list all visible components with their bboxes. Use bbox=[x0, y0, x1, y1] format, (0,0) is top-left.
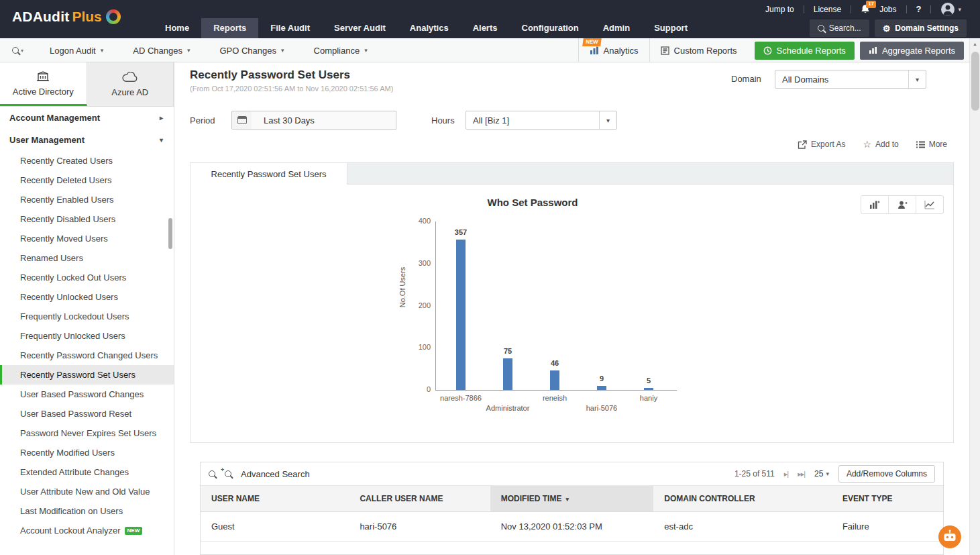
column-header-modified-time[interactable]: MODIFIED TIME▾ bbox=[490, 486, 654, 512]
user-add-icon bbox=[897, 200, 908, 209]
bar-haniy[interactable] bbox=[644, 388, 653, 390]
global-search-button[interactable]: Search... bbox=[810, 19, 869, 37]
add-to-button[interactable]: ☆ Add to bbox=[863, 140, 898, 149]
menu-ad-changes[interactable]: AD Changes ▾ bbox=[118, 38, 205, 62]
sidebar-item[interactable]: User Based Password Changes bbox=[0, 385, 174, 404]
menu-compliance[interactable]: Compliance ▾ bbox=[299, 38, 382, 62]
custom-reports-button[interactable]: Custom Reports bbox=[649, 38, 748, 62]
chat-assistant-button[interactable] bbox=[938, 525, 962, 549]
column-header-event-type[interactable]: EVENT TYPE bbox=[832, 486, 943, 512]
tab-recently-password-set-users[interactable]: Recently Password Set Users bbox=[190, 163, 347, 185]
sidebar-item[interactable]: Recently Created Users bbox=[0, 151, 174, 170]
aggregate-reports-icon bbox=[869, 46, 877, 54]
nav-server-audit[interactable]: Server Audit bbox=[322, 18, 398, 38]
advanced-search-button[interactable]: + bbox=[225, 470, 231, 477]
period-field[interactable]: Last 30 Days bbox=[252, 111, 396, 130]
sidebar-scrollbar-thumb[interactable] bbox=[168, 218, 172, 249]
add-user-view-button[interactable] bbox=[889, 196, 916, 213]
section-user-management[interactable]: User Management ▾ bbox=[0, 129, 174, 151]
license-link[interactable]: License bbox=[814, 5, 841, 14]
export-as-button[interactable]: Export As bbox=[798, 140, 845, 149]
section-label: User Management bbox=[9, 135, 85, 145]
sidebar-item[interactable]: Frequently Unlocked Users bbox=[0, 326, 174, 346]
report-search-button[interactable]: ▾ bbox=[12, 38, 23, 62]
analytics-label: Analytics bbox=[604, 46, 639, 56]
sidebar-item[interactable]: Last Modification on Users bbox=[0, 501, 174, 521]
add-remove-columns-button[interactable]: Add/Remove Columns bbox=[838, 465, 935, 483]
sidebar-item[interactable]: Frequently Lockedout Users bbox=[0, 307, 174, 326]
sidebar-item[interactable]: Password Never Expires Set Users bbox=[0, 423, 174, 443]
more-button[interactable]: More bbox=[916, 140, 947, 149]
page-size-dropdown[interactable]: 25 ▾ bbox=[814, 469, 829, 478]
nav-alerts[interactable]: Alerts bbox=[461, 18, 510, 38]
section-account-management[interactable]: Account Management ▸ bbox=[0, 107, 174, 129]
line-chart-button[interactable] bbox=[916, 196, 943, 213]
sidebar-item[interactable]: Recently Disabled Users bbox=[0, 209, 174, 229]
calendar-icon bbox=[237, 116, 247, 124]
logo-swirl-icon bbox=[106, 9, 121, 24]
page-scrollbar[interactable]: ▲ bbox=[969, 38, 980, 555]
schedule-reports-button[interactable]: Schedule Reports bbox=[755, 42, 855, 60]
nav-analytics[interactable]: Analytics bbox=[398, 18, 461, 38]
aggregate-reports-button[interactable]: Aggregate Reports bbox=[860, 42, 964, 60]
sidebar-item[interactable]: Recently Enabled Users bbox=[0, 190, 174, 209]
domain-settings-button[interactable]: ⚙ Domain Settings bbox=[875, 19, 967, 37]
sidebar-item[interactable]: User Attribute New and Old Value bbox=[0, 482, 174, 501]
page-scrollbar-thumb[interactable] bbox=[971, 52, 979, 111]
menu-gpo-changes[interactable]: GPO Changes ▾ bbox=[205, 38, 298, 62]
app-logo[interactable]: ADAudit Plus bbox=[12, 9, 121, 25]
help-button[interactable]: ? bbox=[916, 4, 922, 14]
cell-user-name: Guest bbox=[201, 512, 349, 542]
bar-Administrator[interactable] bbox=[503, 358, 512, 390]
hours-dropdown[interactable]: All [Biz 1] ▾ bbox=[466, 111, 617, 130]
jobs-link[interactable]: Jobs bbox=[879, 5, 896, 14]
column-header-user-name[interactable]: USER NAME bbox=[201, 486, 349, 512]
menu-logon-audit[interactable]: Logon Audit ▾ bbox=[35, 38, 118, 62]
sidebar-item[interactable]: Renamed Users bbox=[0, 248, 174, 268]
sort-desc-icon: ▾ bbox=[565, 496, 569, 503]
page-title: Recently Password Set Users bbox=[190, 68, 350, 82]
bar-naresh-7866[interactable] bbox=[456, 240, 466, 390]
column-header-domain-controller[interactable]: DOMAIN CONTROLLER bbox=[653, 486, 832, 512]
last-page-button[interactable]: ▸▸| bbox=[798, 470, 805, 478]
search-icon[interactable] bbox=[209, 470, 215, 477]
sidebar-item-recently-password-set-users[interactable]: Recently Password Set Users bbox=[0, 365, 174, 385]
analytics-button[interactable]: NEW Analytics bbox=[578, 38, 649, 62]
sidebar-item-account-lockout-analyzer[interactable]: Account Lockout AnalyzerNEW bbox=[0, 521, 174, 540]
scroll-up-arrow-icon[interactable]: ▲ bbox=[970, 38, 980, 49]
nav-home[interactable]: Home bbox=[153, 18, 201, 38]
nav-file-audit[interactable]: File Audit bbox=[258, 18, 322, 38]
sidebar-item[interactable]: Extended Attribute Changes bbox=[0, 462, 174, 482]
nav-support[interactable]: Support bbox=[642, 18, 700, 38]
search-label: Search... bbox=[829, 23, 861, 33]
next-page-button[interactable]: ▸| bbox=[784, 470, 788, 478]
notifications-button[interactable]: 17 bbox=[861, 4, 870, 14]
domain-dropdown[interactable]: All Domains ▾ bbox=[775, 70, 926, 89]
sidebar-item[interactable]: Recently Password Changed Users bbox=[0, 346, 174, 365]
sidebar-item[interactable]: Recently Moved Users bbox=[0, 229, 174, 248]
page-size-value: 25 bbox=[814, 469, 823, 478]
sidebar-item[interactable]: Recently Modified Users bbox=[0, 443, 174, 462]
nav-admin[interactable]: Admin bbox=[591, 18, 642, 38]
tab-active-directory[interactable]: Active Directory bbox=[0, 62, 87, 106]
jump-to-link[interactable]: Jump to bbox=[765, 5, 794, 14]
add-chart-button[interactable] bbox=[861, 196, 889, 213]
nav-configuration[interactable]: Configuration bbox=[510, 18, 591, 38]
table-row[interactable]: Guest hari-5076 Nov 13,2020 01:52:03 PM … bbox=[201, 512, 943, 542]
sidebar-item[interactable]: Recently Locked Out Users bbox=[0, 268, 174, 287]
calendar-button[interactable] bbox=[231, 111, 252, 130]
bar-hari-5076[interactable] bbox=[597, 386, 606, 390]
advanced-search-label[interactable]: Advanced Search bbox=[241, 469, 310, 479]
schedule-reports-label: Schedule Reports bbox=[777, 46, 846, 56]
nav-reports[interactable]: Reports bbox=[201, 18, 258, 38]
chevron-down-icon: ▾ bbox=[187, 47, 190, 54]
sidebar-item[interactable]: User Based Password Reset bbox=[0, 404, 174, 423]
user-menu-button[interactable]: ▾ bbox=[940, 2, 961, 17]
column-header-caller-user-name[interactable]: CALLER USER NAME bbox=[349, 486, 490, 512]
sidebar-item[interactable]: Recently Unlocked Users bbox=[0, 287, 174, 307]
adaudit-plus-app: ADAudit Plus Jump to License 17 Jobs ? ▾… bbox=[0, 0, 980, 555]
domain-value: All Domains bbox=[775, 74, 908, 85]
tab-azure-ad[interactable]: Azure AD bbox=[87, 62, 174, 106]
bar-reneish[interactable] bbox=[550, 370, 559, 390]
sidebar-item[interactable]: Recently Deleted Users bbox=[0, 170, 174, 190]
